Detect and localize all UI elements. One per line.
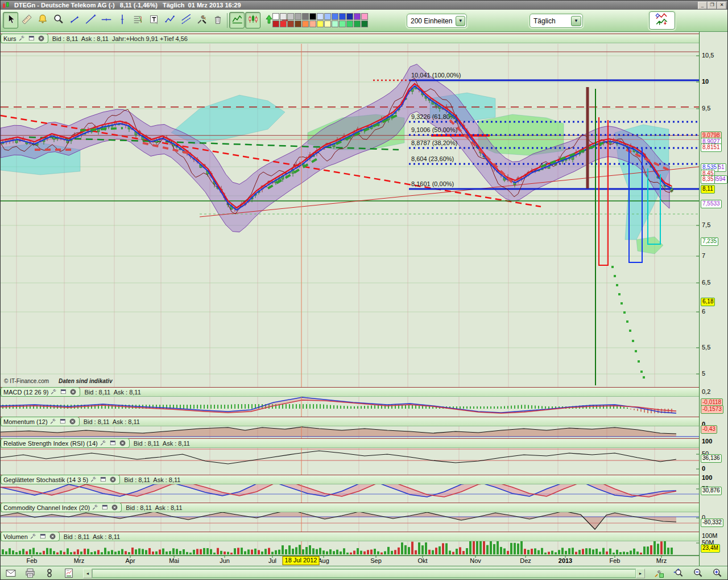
month-label: Mai (169, 557, 179, 564)
vertical-line-tool[interactable] (114, 12, 130, 28)
period-dropdown[interactable]: Täglich ▼ (530, 14, 583, 28)
panel-window-button[interactable] (99, 476, 107, 484)
zoom-pan-icon[interactable] (671, 567, 686, 580)
panel-window-button[interactable] (59, 418, 67, 426)
zoom-in-icon[interactable] (710, 567, 725, 580)
restore-button[interactable]: ❐ (708, 2, 717, 9)
print-icon[interactable] (23, 567, 38, 580)
pointer-tool[interactable] (3, 12, 18, 28)
panel-window-button[interactable] (27, 35, 36, 43)
panel-close-button[interactable] (69, 388, 77, 396)
close-button[interactable]: ✕ (717, 2, 726, 9)
panel-settings-button[interactable] (29, 533, 38, 541)
color-swatch[interactable] (287, 13, 294, 20)
color-swatch[interactable] (354, 20, 361, 27)
color-swatch[interactable] (287, 20, 294, 27)
axis-tick: 100M (702, 532, 718, 539)
settings-tool[interactable] (194, 12, 209, 28)
chevron-down-icon[interactable]: ▼ (456, 16, 465, 26)
price-label-box: 8,11 (701, 185, 715, 194)
candle-style-tool[interactable] (245, 12, 260, 28)
chart-canvas[interactable]: 10,041 (100,00%)9,3226 (61,80%)9,1006 (5… (1, 32, 699, 566)
color-swatch[interactable] (354, 13, 361, 20)
color-swatch[interactable] (302, 13, 309, 20)
panel-window-button[interactable] (101, 504, 109, 512)
color-swatch[interactable] (280, 13, 287, 20)
price-axis[interactable]: 10,5109,57,576,565,559,07988,90278,81518… (699, 32, 728, 566)
axis-tick: 5 (702, 370, 705, 377)
panel-settings-button[interactable] (99, 439, 107, 447)
axis-tick: 10 (702, 78, 709, 85)
color-swatch[interactable] (346, 20, 353, 27)
axis-tick: 6,5 (702, 279, 710, 286)
time-axis[interactable]: FebMrzAprMaiJunJulAugSepOktNovDez2013Feb… (1, 556, 699, 566)
scroll-right-button[interactable]: ► (636, 569, 645, 578)
ruler-tool[interactable] (19, 12, 34, 28)
zoom-out-icon[interactable] (690, 567, 705, 580)
minimize-button[interactable]: _ (698, 2, 707, 9)
price-label-box: 30,876 (701, 487, 722, 495)
color-swatch[interactable] (339, 13, 346, 20)
color-swatch[interactable] (272, 13, 279, 20)
panel-close-button[interactable] (118, 439, 127, 447)
scroll-left-button[interactable]: ◄ (83, 569, 92, 578)
axis-tick: 100 (702, 438, 712, 445)
fibonacci-tool[interactable] (130, 12, 146, 28)
chart-settings-button[interactable] (649, 11, 675, 30)
color-swatch[interactable] (317, 13, 324, 20)
trendline-tool[interactable] (82, 12, 98, 28)
panel-settings-button[interactable] (49, 388, 58, 396)
horizontal-scrollbar[interactable]: ◄► (83, 569, 645, 578)
chevron-down-icon[interactable]: ▼ (571, 16, 581, 26)
color-swatch[interactable] (295, 13, 301, 20)
color-swatch[interactable] (361, 20, 368, 27)
chart-report-icon[interactable] (61, 567, 76, 580)
axis-tick: 7,5 (702, 221, 710, 228)
panel-close-button[interactable] (109, 476, 117, 484)
color-swatch[interactable] (272, 20, 279, 27)
panel-close-button[interactable] (37, 35, 46, 43)
units-dropdown[interactable]: 200 Einheiten ▼ (407, 14, 467, 28)
channel-tool[interactable] (178, 12, 193, 28)
scrollbar-thumb[interactable] (92, 569, 636, 578)
text-tool[interactable] (146, 12, 162, 28)
color-swatch[interactable] (332, 20, 338, 27)
panel-settings-button[interactable] (89, 476, 98, 484)
color-swatch[interactable] (309, 13, 316, 20)
zigzag-tool[interactable] (162, 12, 177, 28)
line-style-tool[interactable] (229, 12, 245, 28)
segment-tool[interactable] (67, 12, 82, 28)
color-swatch[interactable] (309, 20, 316, 27)
color-swatch[interactable] (361, 13, 368, 20)
scrollbar-track[interactable] (92, 569, 636, 578)
color-swatch[interactable] (295, 20, 301, 27)
panel-settings-button[interactable] (49, 418, 57, 426)
mail-icon[interactable] (3, 567, 18, 580)
color-swatch[interactable] (302, 20, 309, 27)
link-icon[interactable] (42, 567, 57, 580)
color-swatch[interactable] (324, 20, 331, 27)
chart-tools-icon[interactable] (652, 567, 667, 580)
month-label: Dez (520, 557, 531, 564)
panel-close-button[interactable] (110, 504, 119, 512)
panel-close-button[interactable] (48, 533, 57, 541)
zoom-tool[interactable] (51, 12, 66, 28)
color-swatch[interactable] (339, 20, 346, 27)
panel-label: Kurs (3, 35, 16, 42)
color-swatch[interactable] (324, 13, 331, 20)
panel-window-button[interactable] (39, 533, 47, 541)
color-swatch[interactable] (346, 13, 353, 20)
color-swatch[interactable] (317, 20, 324, 27)
color-swatch[interactable] (332, 13, 338, 20)
panel-close-button[interactable] (68, 418, 77, 426)
main-toolbar: 200 Einheiten ▼ Täglich ▼ (1, 10, 727, 32)
delete-tool[interactable] (210, 12, 225, 28)
panel-settings-button[interactable] (18, 35, 26, 43)
panel-settings-button[interactable] (91, 504, 100, 512)
panel-window-button[interactable] (59, 388, 68, 396)
panel-window-button[interactable] (109, 439, 117, 447)
horizontal-line-tool[interactable] (98, 12, 114, 28)
price-label-box: -0,43 (701, 425, 717, 434)
alarm-tool[interactable] (35, 12, 50, 28)
color-swatch[interactable] (280, 20, 287, 27)
